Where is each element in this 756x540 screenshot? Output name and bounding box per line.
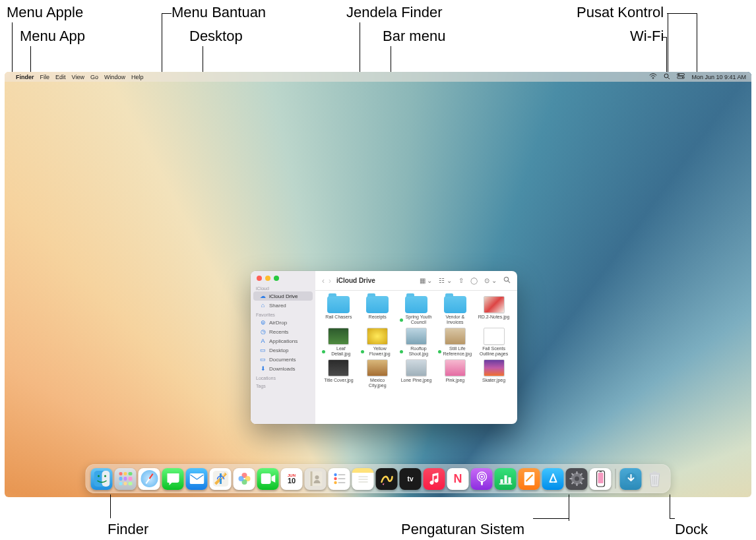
svg-rect-35 bbox=[500, 479, 503, 483]
svg-line-49 bbox=[580, 473, 582, 475]
dock-music[interactable] bbox=[424, 468, 445, 490]
svg-point-18 bbox=[238, 476, 243, 481]
menu-file[interactable]: File bbox=[40, 74, 50, 80]
share-icon[interactable]: ⇧ bbox=[458, 277, 464, 284]
svg-rect-19 bbox=[261, 473, 270, 484]
sidebar-item-label: Recents bbox=[269, 329, 288, 335]
dock-numbers[interactable] bbox=[495, 468, 517, 490]
sidebar-item-recents[interactable]: ◷Recents bbox=[253, 327, 313, 336]
file-item[interactable]: Skater.jpeg bbox=[477, 359, 511, 388]
svg-rect-28 bbox=[338, 482, 345, 483]
sidebar-item-label: Desktop bbox=[269, 347, 288, 353]
file-item[interactable]: Leaf Detail.jpg bbox=[322, 328, 356, 357]
callout-menu-apple: Menu Apple bbox=[7, 4, 83, 21]
dock-tv[interactable]: tv bbox=[400, 468, 422, 490]
dock-appstore[interactable] bbox=[542, 468, 564, 490]
svg-rect-55 bbox=[652, 471, 656, 473]
menu-view[interactable]: View bbox=[72, 74, 84, 80]
sidebar-item-desktop[interactable]: ▭Desktop bbox=[253, 345, 313, 355]
search-icon[interactable] bbox=[503, 276, 511, 285]
folder-icon bbox=[366, 296, 389, 313]
dock-maps[interactable] bbox=[210, 468, 232, 490]
file-item[interactable]: Lone Pine.jpeg bbox=[400, 359, 433, 388]
menu-window[interactable]: Window bbox=[104, 74, 125, 80]
sidebar-item-icloud-drive[interactable]: ☁iCloud Drive bbox=[253, 291, 313, 301]
callout-menu-bantuan: Menu Bantuan bbox=[172, 4, 266, 21]
group-icon[interactable]: ☷ ⌄ bbox=[439, 277, 452, 284]
file-item[interactable]: RD.2-Notes.jpg bbox=[477, 296, 511, 325]
file-item[interactable]: Fall Scents Outline.pages bbox=[477, 328, 511, 357]
svg-rect-51 bbox=[598, 473, 603, 483]
file-label: Vendor & Invoices bbox=[438, 315, 472, 325]
file-item[interactable]: Still Life Reference.jpg bbox=[438, 328, 472, 357]
dock-trash[interactable] bbox=[644, 468, 666, 490]
file-item[interactable]: Rooftop Shoot.jpg bbox=[400, 328, 433, 357]
dock-contacts[interactable] bbox=[305, 468, 327, 490]
dock-calendar[interactable]: JUN10 bbox=[281, 468, 303, 490]
wifi-icon[interactable] bbox=[649, 73, 657, 80]
nav-back-icon[interactable]: ‹ bbox=[322, 276, 325, 285]
spotlight-icon[interactable] bbox=[664, 73, 670, 81]
dock-downloads[interactable] bbox=[620, 468, 642, 490]
menu-go[interactable]: Go bbox=[90, 74, 98, 80]
menu-edit[interactable]: Edit bbox=[55, 74, 66, 80]
sidebar-item-airdrop[interactable]: ⊚AirDrop bbox=[253, 318, 313, 327]
file-thumb bbox=[328, 328, 349, 345]
sidebar-item-applications[interactable]: AApplications bbox=[253, 336, 313, 345]
file-item[interactable]: Mexico City.jpeg bbox=[361, 359, 394, 388]
dock-photos[interactable] bbox=[234, 468, 255, 490]
dock-safari[interactable] bbox=[139, 468, 160, 490]
folder-icon bbox=[327, 296, 350, 313]
svg-point-7 bbox=[504, 277, 508, 281]
menu-help[interactable]: Help bbox=[131, 74, 144, 80]
file-item[interactable]: Title Cover.jpg bbox=[322, 359, 356, 388]
control-center-icon[interactable] bbox=[677, 73, 685, 80]
maximize-button[interactable] bbox=[274, 276, 279, 281]
sidebar-item-downloads[interactable]: ⬇Downloads bbox=[253, 364, 313, 373]
svg-line-46 bbox=[571, 473, 573, 475]
minimize-button[interactable] bbox=[265, 276, 270, 281]
file-item[interactable]: Yellow Flower.jpg bbox=[361, 328, 394, 357]
tag-icon[interactable]: ◯ bbox=[470, 277, 478, 284]
file-label: RD.2-Notes.jpg bbox=[478, 315, 510, 320]
dock-news[interactable]: N bbox=[447, 468, 469, 490]
sidebar-item-label: Documents bbox=[269, 357, 296, 363]
close-button[interactable] bbox=[257, 276, 262, 281]
dock-freeform[interactable] bbox=[376, 468, 398, 490]
file-item[interactable]: Receipts bbox=[361, 296, 394, 325]
svg-line-2 bbox=[668, 77, 670, 79]
dock-launchpad[interactable] bbox=[115, 468, 137, 490]
dock-reminders[interactable] bbox=[329, 468, 350, 490]
callout-pengaturan-sistem: Pengaturan Sistem bbox=[401, 521, 524, 538]
file-item[interactable]: Spring Youth Council bbox=[400, 296, 433, 325]
nav-fwd-icon[interactable]: › bbox=[329, 276, 331, 285]
folder-icon bbox=[444, 296, 466, 313]
window-controls bbox=[251, 271, 315, 284]
svg-point-27 bbox=[334, 481, 336, 484]
dock-facetime[interactable] bbox=[257, 468, 279, 490]
dock-podcasts[interactable] bbox=[471, 468, 493, 490]
sidebar-item-documents[interactable]: ▭Documents bbox=[253, 355, 313, 364]
dock-iphone[interactable] bbox=[590, 468, 612, 490]
app-menu[interactable]: Finder bbox=[16, 74, 34, 80]
svg-point-4 bbox=[678, 74, 679, 75]
dock-settings[interactable] bbox=[566, 468, 588, 490]
view-icons-icon[interactable]: ▦ ⌄ bbox=[420, 277, 433, 284]
file-item[interactable]: Rail Chasers bbox=[322, 296, 356, 325]
svg-line-48 bbox=[571, 482, 573, 484]
file-item[interactable]: Vendor & Invoices bbox=[438, 296, 472, 325]
dock-finder[interactable] bbox=[91, 468, 113, 490]
dock-messages[interactable] bbox=[162, 468, 184, 490]
action-icon[interactable]: ⊙ ⌄ bbox=[484, 277, 497, 284]
finder-title: iCloud Drive bbox=[336, 277, 375, 284]
dock-pages[interactable] bbox=[519, 468, 540, 490]
sidebar-item-shared[interactable]: ⌂Shared bbox=[253, 301, 313, 310]
desktop[interactable]: Finder File Edit View Go Window Help Mon… bbox=[5, 72, 751, 497]
dock-mail[interactable] bbox=[186, 468, 208, 490]
svg-point-0 bbox=[653, 78, 654, 79]
file-item[interactable]: Pink.jpeg bbox=[438, 359, 472, 388]
svg-point-1 bbox=[664, 74, 668, 78]
finder-file-grid: Rail ChasersReceiptsSpring Youth Council… bbox=[315, 291, 517, 424]
dock-notes[interactable] bbox=[352, 468, 374, 490]
menubar-datetime[interactable]: Mon Jun 10 9:41 AM bbox=[691, 74, 746, 80]
